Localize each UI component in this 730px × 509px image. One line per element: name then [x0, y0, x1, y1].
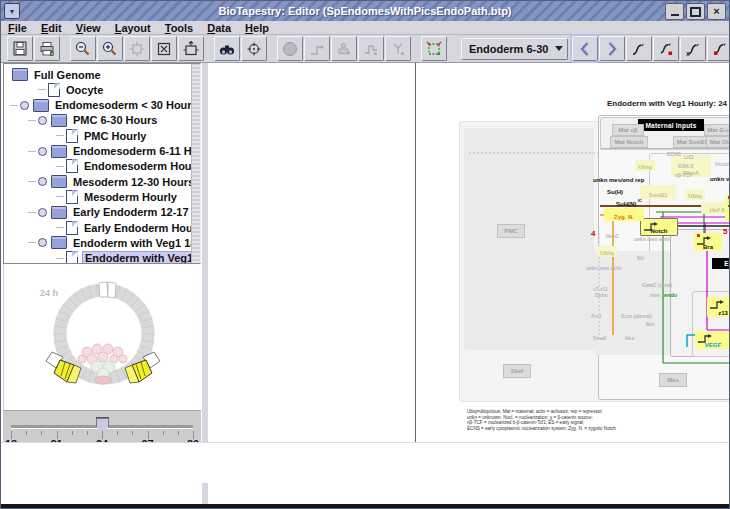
label-mes: mes — [650, 292, 660, 298]
biotapestry-window: ▾ BioTapestry: Editor (SpEndomesWithPics… — [0, 0, 730, 509]
tree-item-early-endoderm-hourly[interactable]: Early Endoderm Hourly — [4, 220, 201, 235]
gene-bra[interactable]: Bra — [694, 233, 722, 251]
diagram-region — [464, 128, 594, 350]
tree-expand-handle[interactable] — [38, 177, 47, 186]
embryo-stage-label: 24 h — [40, 288, 58, 298]
zoom-to-current-button[interactable] — [178, 36, 204, 61]
gene-label: SoxB1 — [640, 192, 676, 198]
tree-expand-handle[interactable] — [38, 208, 47, 217]
menu-view[interactable]: View — [69, 22, 108, 34]
tool3-icon — [362, 40, 380, 58]
tree-item-endomesoderm-6-11-hours[interactable]: Endomesoderm 6-11 Hours — [4, 144, 201, 159]
zoom-out-button[interactable] — [70, 36, 96, 61]
tree-item-endomesoderm-30-hours[interactable]: Endomesoderm < 30 Hours — [4, 98, 200, 113]
gene-notch[interactable]: Notch — [640, 218, 678, 236]
tree-connector — [56, 135, 64, 136]
tree-item-label: Full Genome — [32, 69, 103, 81]
minimize-icon — [671, 14, 679, 16]
zoom-to-selected-button — [124, 36, 150, 61]
gene-vegf[interactable]: VEGF — [695, 331, 730, 349]
tree-item-endoderm-with-veg1-18-30-hours[interactable]: Endoderm with Veg1 18-30 Hours — [4, 235, 201, 250]
diagram-legend: Ubiq=ubiquitous; Mat = maternal; activ =… — [467, 409, 616, 431]
label-hesc: HesC — [606, 233, 619, 239]
tree-item-label: PMC 6-30 Hours — [71, 114, 159, 126]
tree-item-oocyte[interactable]: Oocyte — [4, 82, 105, 97]
document-icon — [66, 129, 78, 143]
menu-layout[interactable]: Layout — [108, 22, 158, 34]
slider-tick — [178, 431, 179, 435]
maximize-button[interactable] — [686, 3, 705, 20]
tree-item-early-endoderm-12-17-hours[interactable]: Early Endoderm 12-17 Hours — [4, 205, 201, 220]
print-icon — [38, 40, 56, 58]
go-back-button[interactable] — [572, 36, 598, 61]
gene-zyg-n[interactable]: Zyg. N. — [604, 208, 644, 221]
zoom-in-button[interactable] — [97, 36, 123, 61]
label-unkn-mes-end-rep: unkn mes/end rep — [593, 177, 644, 183]
tree-scrollbar[interactable] — [191, 64, 200, 263]
tree-connector — [28, 120, 36, 121]
label-suh-n: SuH(N) — [616, 201, 636, 207]
document-icon — [66, 221, 78, 235]
zoom-to-model-button[interactable] — [151, 36, 177, 61]
go-forward-button[interactable] — [599, 36, 625, 61]
menu-edit[interactable]: Edit — [34, 22, 69, 34]
gene-soxb1[interactable]: SoxB1 — [640, 185, 676, 199]
tree-connector — [28, 181, 36, 182]
tree-expand-handle[interactable] — [20, 101, 29, 110]
tree-item-endoderm-with-veg1-hourly[interactable]: Endoderm with Veg1 Hourly — [4, 251, 201, 264]
menu-help[interactable]: Help — [238, 22, 276, 34]
tree-item-mesoderm-hourly[interactable]: Mesoderm Hourly — [4, 189, 179, 204]
tree-connector — [56, 196, 64, 197]
tree-expand-handle[interactable] — [38, 147, 47, 156]
gene-ubiq[interactable]: Ubiq — [597, 246, 617, 257]
tree-expand-handle[interactable] — [38, 116, 47, 125]
gene-ubiq[interactable]: Ubiq — [635, 160, 655, 171]
tree-item-label: Early Endoderm 12-17 Hours — [71, 206, 201, 218]
tree-item-pmc-hourly[interactable]: PMC Hourly — [4, 128, 148, 143]
title-bar[interactable]: ▾ BioTapestry: Editor (SpEndomesWithPics… — [1, 1, 729, 21]
label-unkn-mes-activ: unkn mes activ — [586, 265, 622, 271]
document-icon — [66, 251, 78, 264]
label-unkn-mes-activ: unkn mes activ — [634, 236, 670, 242]
gene-ubiq[interactable]: Ubiq — [685, 189, 705, 200]
tree-item-label: Endomesoderm 6-11 Hours — [71, 145, 201, 157]
label-licl: LiCl — [684, 154, 693, 160]
center-on-target-button[interactable] — [241, 36, 267, 61]
tree-expand-handle[interactable] — [38, 238, 47, 247]
tree-connector — [56, 258, 64, 259]
path-button-2[interactable] — [653, 36, 679, 61]
close-button[interactable]: × — [707, 3, 726, 20]
select-items-button[interactable] — [421, 36, 447, 61]
label-unkn-vegetal-activ: unkn vegetal activ — [710, 176, 730, 182]
minimize-button[interactable] — [665, 3, 684, 20]
save-button[interactable] — [7, 36, 33, 61]
folder-icon — [51, 114, 67, 127]
menu-tools[interactable]: Tools — [158, 22, 201, 34]
path-button-1[interactable] — [626, 36, 652, 61]
network-canvas[interactable]: Endoderm with Veg1 Hourly: 24 Hours June… — [415, 63, 730, 448]
tree-item-endomesoderm-hourly[interactable]: Endomesoderm Hourly — [4, 159, 201, 174]
label-gcm-aboral: Gcm (aboral) — [621, 313, 652, 319]
label-su-h: Su(H) — [607, 189, 623, 195]
tree-item-full-genome[interactable]: Full Genome — [4, 67, 103, 82]
chip-mat-c: Mat cβ — [612, 124, 644, 136]
menu-data[interactable]: Data — [200, 22, 238, 34]
window-bottom-edge — [1, 504, 730, 509]
path-button-3[interactable] — [680, 36, 706, 61]
path1-icon — [630, 40, 648, 58]
tree-item-pmc-6-30-hours[interactable]: PMC 6-30 Hours — [4, 113, 159, 128]
model-selector[interactable]: Endoderm 6-30 — [461, 38, 568, 60]
label-alx1: Alx1 — [591, 313, 602, 319]
menu-file[interactable]: File — [1, 22, 34, 34]
path-button-4[interactable] — [707, 36, 730, 61]
path3-icon — [684, 40, 702, 58]
gene-z13[interactable]: z13 — [707, 297, 730, 317]
slider-tick — [41, 431, 42, 435]
slider-tick — [26, 431, 27, 435]
window-menu-icon[interactable]: ▾ — [4, 3, 20, 19]
gene-blimp1-krox[interactable]: 1a 1b Blimp1/Krox — [725, 195, 730, 221]
search-button[interactable] — [214, 36, 240, 61]
print-button[interactable] — [34, 36, 60, 61]
zoomout-icon — [74, 40, 92, 58]
tree-item-mesoderm-12-30-hours[interactable]: Mesoderm 12-30 Hours — [4, 174, 196, 189]
